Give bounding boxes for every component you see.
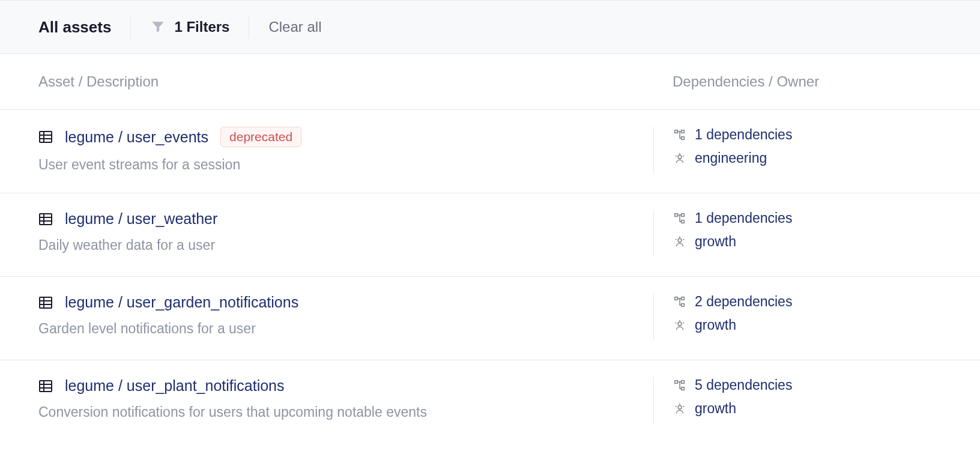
meta-cell: 2 dependenciesgrowth <box>653 294 942 340</box>
dependencies-count: 1 dependencies <box>695 210 792 226</box>
clear-all-button[interactable]: Clear all <box>268 19 321 35</box>
asset-description: Garden level notifications for a user <box>38 321 634 337</box>
owner-line[interactable]: growth <box>673 234 942 250</box>
asset-name-link[interactable]: legume / user_events <box>65 129 208 146</box>
table-header: Asset / Description Dependencies / Owner <box>0 54 980 110</box>
dependencies-line[interactable]: 1 dependencies <box>673 127 942 143</box>
dependencies-line[interactable]: 1 dependencies <box>673 210 942 226</box>
owner-name: growth <box>695 234 736 250</box>
owner-line[interactable]: engineering <box>673 150 942 166</box>
table-row[interactable]: legume / user_garden_notificationsGarden… <box>0 277 980 360</box>
owner-name: growth <box>695 401 736 417</box>
filter-count-label: 1 Filters <box>174 19 229 35</box>
table-row[interactable]: legume / user_plant_notificationsConvers… <box>0 360 980 443</box>
asset-list: legume / user_eventsdeprecatedUser event… <box>0 110 980 443</box>
dependencies-count: 1 dependencies <box>695 127 792 143</box>
table-icon <box>38 130 53 144</box>
filters-button[interactable]: 1 Filters <box>150 19 229 35</box>
owner-line[interactable]: growth <box>673 401 942 417</box>
column-header-deps: Dependencies / Owner <box>673 73 819 89</box>
dependencies-count: 2 dependencies <box>695 294 792 310</box>
dependencies-line[interactable]: 2 dependencies <box>673 294 942 310</box>
asset-cell: legume / user_garden_notificationsGarden… <box>38 294 653 340</box>
asset-title-line: legume / user_eventsdeprecated <box>38 127 634 147</box>
asset-description: User event streams for a session <box>38 157 634 173</box>
owner-name: growth <box>695 317 736 333</box>
filter-icon <box>150 19 166 35</box>
owner-icon <box>673 152 686 165</box>
table-icon <box>38 379 53 393</box>
asset-cell: legume / user_weatherDaily weather data … <box>38 210 653 257</box>
dependencies-line[interactable]: 5 dependencies <box>673 377 942 393</box>
asset-cell: legume / user_plant_notificationsConvers… <box>38 377 653 424</box>
meta-cell: 1 dependenciesengineering <box>653 127 942 174</box>
meta-cell: 1 dependenciesgrowth <box>653 210 942 257</box>
dependencies-icon <box>673 129 686 142</box>
table-icon <box>38 212 53 226</box>
deprecated-badge: deprecated <box>220 127 301 147</box>
dependencies-count: 5 dependencies <box>695 377 792 393</box>
filter-toolbar: All assets 1 Filters Clear all <box>0 0 980 54</box>
page-title: All assets <box>38 18 111 37</box>
asset-title-line: legume / user_garden_notifications <box>38 294 634 311</box>
column-header-asset: Asset / Description <box>38 73 159 89</box>
divider <box>249 15 249 39</box>
asset-name-link[interactable]: legume / user_weather <box>65 210 217 228</box>
table-row[interactable]: legume / user_eventsdeprecatedUser event… <box>0 110 980 193</box>
dependencies-icon <box>673 295 686 309</box>
asset-name-link[interactable]: legume / user_garden_notifications <box>65 294 298 311</box>
asset-title-line: legume / user_weather <box>38 210 634 228</box>
asset-description: Daily weather data for a user <box>38 237 634 253</box>
asset-cell: legume / user_eventsdeprecatedUser event… <box>38 127 653 174</box>
dependencies-icon <box>673 212 686 225</box>
dependencies-icon <box>673 379 686 392</box>
asset-description: Conversion notifications for users that … <box>38 404 634 420</box>
divider <box>130 15 131 39</box>
owner-icon <box>673 319 686 332</box>
owner-line[interactable]: growth <box>673 317 942 333</box>
owner-name: engineering <box>695 150 767 166</box>
table-icon <box>38 295 53 310</box>
asset-name-link[interactable]: legume / user_plant_notifications <box>65 377 285 395</box>
owner-icon <box>673 235 686 249</box>
asset-title-line: legume / user_plant_notifications <box>38 377 634 395</box>
table-row[interactable]: legume / user_weatherDaily weather data … <box>0 193 980 277</box>
meta-cell: 5 dependenciesgrowth <box>653 377 942 424</box>
owner-icon <box>673 402 686 416</box>
